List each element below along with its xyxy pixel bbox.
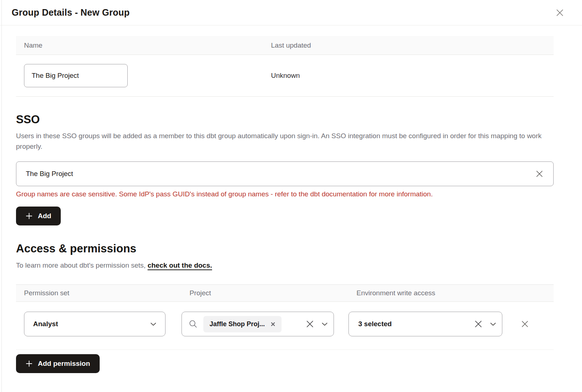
- project-chip: Jaffle Shop Proj...: [203, 316, 282, 332]
- permission-set-select[interactable]: Analyst: [24, 312, 166, 336]
- drawer-left-edge: [1, 0, 2, 392]
- permission-row: Analyst Jaffle Shop Proj...: [16, 302, 554, 350]
- close-dialog-button[interactable]: [554, 7, 565, 18]
- dialog-header: Group Details - New Group: [0, 0, 582, 25]
- sso-group-name-input[interactable]: [25, 169, 534, 178]
- close-icon: [554, 7, 565, 18]
- add-sso-group-button[interactable]: Add: [16, 207, 61, 225]
- environment-write-access-select[interactable]: 3 selected: [348, 312, 502, 336]
- clear-x-icon: [305, 319, 315, 329]
- plus-icon: [25, 212, 33, 220]
- environment-selected-count: 3 selected: [358, 320, 392, 328]
- permissions-table: Permission set Project Environment write…: [16, 284, 554, 350]
- column-header-project: Project: [182, 289, 348, 297]
- chip-x-icon: [271, 322, 275, 327]
- column-header-last-updated: Last updated: [263, 41, 554, 49]
- docs-link[interactable]: check out the docs.: [148, 261, 212, 269]
- chevron-down-icon: [150, 322, 156, 326]
- group-name-input[interactable]: [24, 64, 128, 87]
- last-updated-value: Unknown: [263, 72, 554, 80]
- clear-x-icon: [473, 319, 483, 329]
- project-chip-label: Jaffle Shop Proj...: [210, 320, 265, 328]
- project-multiselect[interactable]: Jaffle Shop Proj...: [182, 312, 334, 336]
- chevron-down-icon: [490, 322, 496, 326]
- project-clear-button[interactable]: [305, 319, 315, 329]
- add-permission-button[interactable]: Add permission: [16, 354, 100, 373]
- column-header-permission-set: Permission set: [16, 289, 182, 297]
- search-icon: [188, 319, 198, 329]
- group-table: Name Last updated Unknown: [16, 36, 554, 97]
- sso-group-field: [16, 161, 554, 186]
- group-table-row: Unknown: [16, 55, 554, 97]
- column-header-name: Name: [16, 41, 263, 49]
- environment-clear-button[interactable]: [473, 319, 483, 329]
- add-button-label: Add: [38, 212, 51, 220]
- access-permissions-heading: Access & permissions: [16, 242, 554, 255]
- dialog-title: Group Details - New Group: [12, 7, 129, 18]
- add-permission-button-label: Add permission: [38, 360, 90, 368]
- permissions-intro: To learn more about dbt's permission set…: [16, 261, 554, 269]
- column-header-environment-write-access: Environment write access: [348, 289, 554, 297]
- sso-warning-text: Group names are case sensitive. Some IdP…: [16, 190, 554, 198]
- sso-heading: SSO: [16, 113, 554, 126]
- group-table-header-row: Name Last updated: [16, 36, 554, 55]
- delete-x-icon: [520, 319, 530, 329]
- chevron-down-icon: [322, 322, 328, 326]
- permissions-intro-text: To learn more about dbt's permission set…: [16, 261, 146, 269]
- delete-permission-row-button[interactable]: [520, 319, 530, 329]
- permissions-table-header-row: Permission set Project Environment write…: [16, 284, 554, 302]
- permission-set-value: Analyst: [33, 320, 58, 328]
- plus-icon: [25, 360, 33, 367]
- clear-x-icon: [534, 169, 545, 179]
- sso-group-clear-button[interactable]: [534, 169, 545, 179]
- sso-description: Users in these SSO groups will be added …: [16, 131, 554, 152]
- project-chip-remove-button[interactable]: [271, 322, 275, 327]
